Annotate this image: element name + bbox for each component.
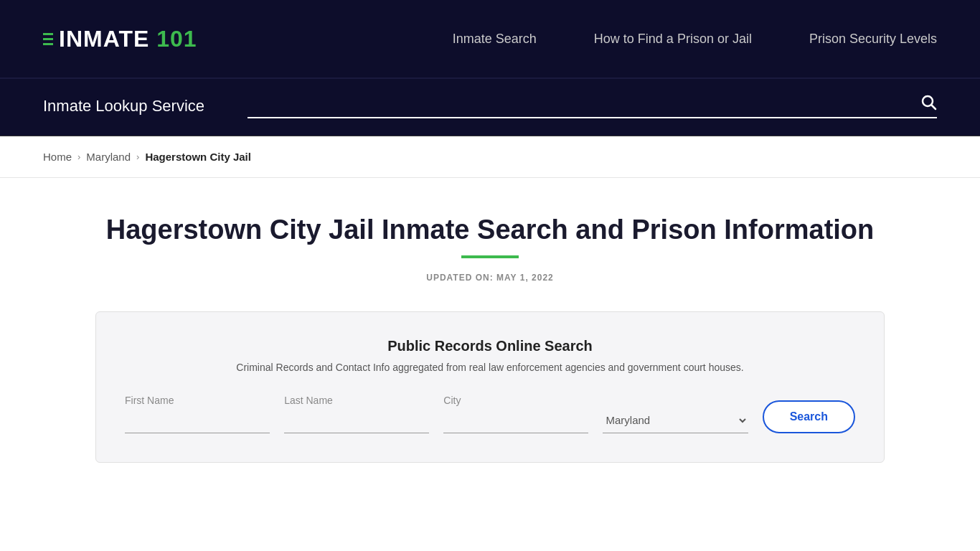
last-name-label: Last Name (284, 395, 429, 406)
search-bar-wrapper (248, 93, 937, 118)
logo-suffix: 101 (149, 26, 197, 52)
breadcrumb-section: Home › Maryland › Hagerstown City Jail (0, 136, 980, 178)
nav-item-inmate-search: Inmate Search (453, 32, 537, 47)
breadcrumb-sep-2: › (136, 151, 139, 162)
nav-item-how-to-find: How to Find a Prison or Jail (594, 32, 752, 47)
city-field: City (443, 395, 588, 433)
nav-link-how-to-find[interactable]: How to Find a Prison or Jail (594, 32, 752, 46)
breadcrumb: Home › Maryland › Hagerstown City Jail (43, 151, 937, 163)
first-name-label: First Name (125, 395, 270, 406)
city-label: City (443, 395, 588, 406)
last-name-input[interactable] (284, 409, 429, 433)
state-select[interactable]: Maryland Alabama Alaska Arizona Californ… (603, 408, 748, 433)
breadcrumb-current: Hagerstown City Jail (145, 151, 251, 163)
top-nav: INMATE 101 Inmate Search How to Find a P… (0, 0, 980, 79)
first-name-input[interactable] (125, 409, 270, 433)
logo-bars-icon (43, 33, 53, 45)
logo[interactable]: INMATE 101 (43, 26, 197, 52)
nav-links: Inmate Search How to Find a Prison or Ja… (453, 32, 937, 47)
logo-bar-2 (43, 38, 53, 40)
main-content: Hagerstown City Jail Inmate Search and P… (0, 178, 980, 491)
public-records-box: Public Records Online Search Criminal Re… (95, 311, 885, 463)
page-title: Hagerstown City Jail Inmate Search and P… (43, 214, 937, 247)
state-field: Maryland Alabama Alaska Arizona Californ… (603, 408, 748, 433)
search-input[interactable] (248, 95, 920, 110)
nav-link-security-levels[interactable]: Prison Security Levels (809, 32, 937, 46)
search-bar-label: Inmate Lookup Service (43, 97, 204, 116)
breadcrumb-maryland[interactable]: Maryland (86, 151, 131, 163)
logo-bar-1 (43, 33, 53, 35)
search-icon (920, 93, 937, 110)
logo-text: INMATE 101 (59, 26, 197, 52)
public-records-search-button[interactable]: Search (763, 400, 855, 433)
updated-text: UPDATED ON: MAY 1, 2022 (43, 273, 937, 283)
city-input[interactable] (443, 409, 588, 433)
nav-link-inmate-search[interactable]: Inmate Search (453, 32, 537, 46)
svg-line-1 (932, 105, 936, 110)
page-title-underline (461, 255, 519, 258)
search-form-row: First Name Last Name City Maryland Alaba… (125, 395, 855, 433)
logo-bar-3 (43, 43, 53, 45)
search-submit-button[interactable] (920, 93, 937, 113)
search-bar-section: Inmate Lookup Service (0, 79, 980, 136)
first-name-field: First Name (125, 395, 270, 433)
nav-item-security-levels: Prison Security Levels (809, 32, 937, 47)
breadcrumb-sep-1: › (77, 151, 80, 162)
public-records-desc: Criminal Records and Contact Info aggreg… (125, 362, 855, 373)
breadcrumb-home[interactable]: Home (43, 151, 72, 163)
public-records-title: Public Records Online Search (125, 338, 855, 354)
last-name-field: Last Name (284, 395, 429, 433)
